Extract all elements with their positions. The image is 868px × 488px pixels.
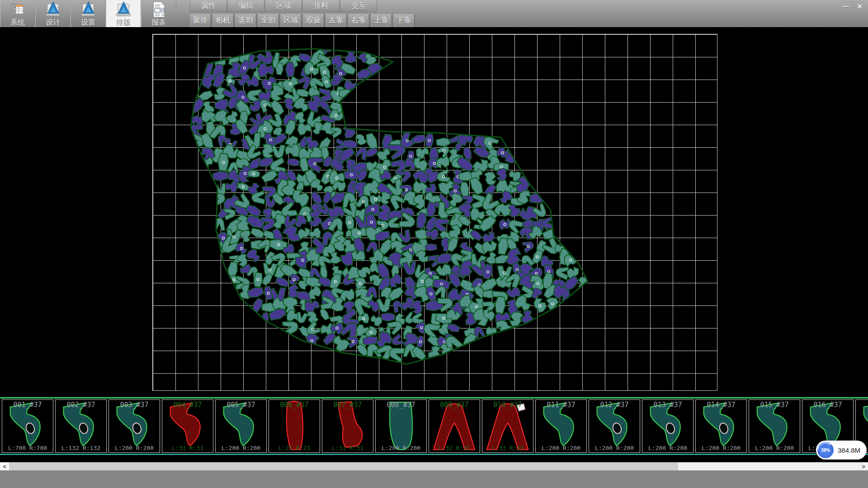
horizontal-scrollbar[interactable]: < > — [0, 462, 868, 470]
piece-lr-count-label: L:132 R:132 — [56, 445, 106, 451]
scrollbar-thumb[interactable] — [9, 462, 678, 470]
piece-lr-count-label: L:200 R:200 — [642, 445, 693, 451]
piece-id-label: 012_#37 — [589, 401, 640, 409]
piece-lr-count-label: L:32 R:31 — [429, 445, 480, 451]
tool-button[interactable]: 全割 — [258, 14, 278, 27]
minimize-button[interactable]: — — [839, 1, 852, 11]
toolbar-mode-button[interactable]: 系统 — [0, 0, 35, 27]
strip-footer-gap — [0, 455, 868, 462]
toolbar-mode-button[interactable]: 设置 — [71, 0, 106, 27]
tool-button[interactable]: 相机 — [212, 14, 233, 27]
piece-lr-count-label: L:200 R:200 — [536, 445, 586, 451]
piece-id-label: 003_#37 — [109, 401, 160, 409]
tool-button[interactable]: 区域 — [280, 14, 301, 27]
piece-lr-count-label: L:200 R:200 — [749, 445, 800, 451]
piece-lr-count-label: L:200 R:200 — [696, 445, 746, 451]
tool-button-label: 下靠 — [396, 16, 411, 25]
toolbar-mode-button[interactable]: 报表 — [141, 0, 176, 27]
piece-id-label: 001_#37 — [2, 401, 53, 409]
piece-thumbnail-cell[interactable]: 009_#37 L:32 R:31 — [429, 399, 480, 453]
piece-thumbnail-cell[interactable]: 010_#37 L:33 R:33 — [482, 399, 533, 453]
piece-id-label: 009_#37 — [429, 401, 480, 409]
tool-button[interactable]: 左靠 — [326, 14, 346, 27]
piece-library-strip: 001_#37 L:700 R:700 002_#37 L:132 R:132 … — [0, 397, 868, 455]
piece-id-label: 007_#37 — [322, 401, 373, 409]
tool-button-label: 左靠 — [329, 16, 343, 25]
piece-thumbnail-cell[interactable]: 013_#37 L:200 R:200 — [642, 399, 693, 453]
piece-thumbnail-cell[interactable]: 002_#37 L:132 R:132 — [55, 399, 107, 453]
tool-button-label: 区域 — [283, 16, 298, 25]
piece-id-label: 014_#37 — [696, 401, 746, 409]
mode-icon — [111, 1, 136, 18]
piece-id-label: 008_#37 — [376, 401, 426, 409]
piece-id-label: 005_#37 — [216, 401, 266, 409]
tool-button-label: 相机 — [216, 16, 230, 25]
tool-bar: 聚排 相机 选割 全割 区域 瑕疵 — [190, 14, 416, 27]
progress-ring: 38% — [817, 442, 834, 458]
menu-item[interactable]: 排料 — [302, 0, 340, 12]
piece-thumbnail-cell[interactable]: 015_#37 L:200 R:200 — [749, 399, 800, 453]
tool-button-label: 瑕疵 — [306, 16, 321, 25]
menu-bar: 属性 编辑 区域 排料 交互 — [190, 0, 377, 12]
menu-item[interactable]: 区域 — [265, 0, 302, 12]
piece-id-label: 0 — [856, 401, 868, 409]
tool-button[interactable]: 上靠 — [371, 14, 392, 27]
piece-id-label: 006_#37 — [269, 401, 320, 409]
mode-icon — [75, 1, 101, 18]
progress-badge[interactable]: 38% 384.8M — [816, 441, 867, 460]
piece-thumbnail-cell[interactable]: 011_#37 L:200 R:200 — [535, 399, 587, 453]
mode-icon — [146, 1, 171, 18]
toolbar-mode-button[interactable]: 排版 — [106, 0, 141, 27]
piece-thumbnail-cell[interactable]: 001_#37 L:700 R:700 — [2, 399, 53, 453]
piece-id-label: 004_#37 — [162, 401, 213, 409]
progress-size-label: 384.8M — [838, 446, 860, 454]
piece-lr-count-label: L:200 R:200 — [376, 445, 426, 451]
menu-item-label: 排料 — [314, 1, 328, 11]
piece-id-label: 011_#37 — [536, 401, 586, 409]
toolbar-mode-button[interactable]: 设计 — [35, 0, 71, 27]
leather-hide-canvas[interactable] — [0, 27, 868, 397]
piece-id-label: 015_#37 — [749, 401, 800, 409]
menu-item[interactable]: 交互 — [340, 0, 377, 12]
menu-item-label: 编辑 — [239, 1, 253, 11]
tool-button[interactable]: 选割 — [235, 14, 256, 27]
mode-icon — [5, 1, 30, 18]
menu-item[interactable]: 属性 — [190, 0, 227, 12]
close-button[interactable]: ✕ — [853, 1, 866, 11]
tool-button-label: 全割 — [261, 16, 275, 25]
footer-bar — [0, 470, 868, 488]
nesting-viewport[interactable] — [0, 27, 868, 397]
tool-button[interactable]: 下靠 — [393, 14, 414, 27]
scroll-right-button[interactable]: > — [859, 462, 868, 470]
piece-thumbnail-cell[interactable]: 004_#37 L:31 R:31 — [162, 399, 213, 453]
progress-percent: 38% — [819, 444, 832, 457]
piece-lr-count-label: L:31 R:31 — [322, 445, 373, 451]
main-icon-toolbar: 系统 设计 设置 排版 报表 — [0, 0, 176, 27]
tool-button[interactable]: 聚排 — [190, 14, 211, 27]
mode-icon — [40, 1, 66, 18]
tool-button-label: 聚排 — [193, 16, 208, 25]
piece-thumbnail-cell[interactable]: 003_#37 L:200 R:200 — [108, 399, 160, 453]
titlebar: 系统 设计 设置 排版 报表 — [0, 0, 868, 27]
piece-lr-count-label: L:33 R:33 — [482, 445, 533, 451]
piece-id-label: 002_#37 — [56, 401, 106, 409]
scroll-left-button[interactable]: < — [0, 462, 9, 470]
piece-lr-count-label: L:200 R:200 — [216, 445, 266, 451]
window-controls: — ✕ — [839, 1, 866, 11]
piece-thumbnail-cell[interactable]: 007_#37 L:31 R:31 — [322, 399, 373, 453]
piece-thumbnail-cell[interactable]: 005_#37 L:200 R:200 — [215, 399, 267, 453]
piece-thumbnail-cell[interactable]: 008_#37 L:200 R:200 — [375, 399, 427, 453]
tool-button[interactable]: 瑕疵 — [303, 14, 324, 27]
mode-label: 设置 — [81, 18, 95, 27]
piece-id-label: 010_#37 — [482, 401, 533, 409]
mode-label: 排版 — [116, 18, 131, 27]
menu-item-label: 交互 — [351, 1, 366, 11]
piece-id-label: 016_#37 — [802, 401, 853, 409]
menu-item[interactable]: 编辑 — [227, 0, 264, 12]
piece-thumbnail-cell[interactable]: 006_#37 L:21 R:21 — [269, 399, 320, 453]
mode-label: 设计 — [46, 18, 60, 27]
piece-thumbnail-cell[interactable]: 014_#37 L:200 R:200 — [695, 399, 747, 453]
tool-button[interactable]: 右靠 — [348, 14, 369, 27]
tool-button-label: 右靠 — [351, 16, 366, 25]
piece-thumbnail-cell[interactable]: 012_#37 L:200 R:200 — [589, 399, 640, 453]
